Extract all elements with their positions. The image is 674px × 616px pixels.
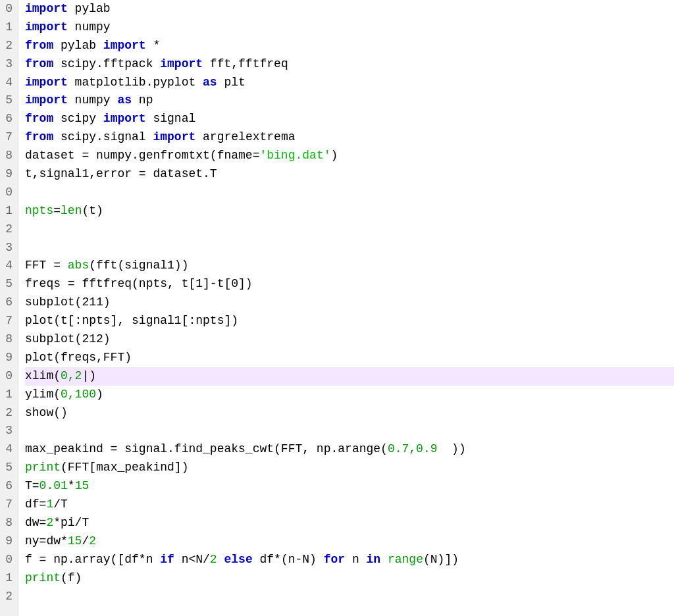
code-line[interactable]: [25, 422, 674, 440]
token-var: plt: [217, 76, 246, 89]
line-number: 4: [5, 440, 13, 459]
token-number: 1: [46, 498, 53, 511]
line-number: 8: [5, 330, 13, 349]
token-kw: as: [203, 76, 217, 89]
code-line[interactable]: from scipy.signal import argrelextrema: [25, 128, 674, 147]
line-number: 0: [5, 184, 13, 202]
line-number: 6: [5, 294, 13, 312]
code-line[interactable]: npts=len(t): [25, 202, 674, 220]
code-line[interactable]: from pylab import *: [25, 37, 674, 55]
token-var: n: [345, 553, 366, 566]
token-var: FFT =: [25, 259, 68, 272]
token-var: xlim(: [25, 369, 61, 382]
token-var: pylab: [53, 39, 103, 52]
code-line[interactable]: ny=dw*15/2: [25, 532, 674, 551]
code-line[interactable]: df=1/T: [25, 496, 674, 514]
token-kw: from: [25, 57, 53, 70]
token-var: matplotlib.pyplot: [68, 76, 203, 89]
code-line[interactable]: [25, 239, 674, 257]
code-line[interactable]: import numpy: [25, 18, 674, 37]
code-line[interactable]: t,signal1,error = dataset.T: [25, 165, 674, 184]
line-number: 8: [5, 514, 13, 532]
code-line[interactable]: [25, 588, 674, 606]
code-line[interactable]: from scipy.fftpack import fft,fftfreq: [25, 55, 674, 74]
token-var: t,signal1,error = dataset.T: [25, 167, 217, 180]
token-number: 2: [89, 534, 96, 548]
token-var: subplot(211): [25, 295, 111, 309]
code-line[interactable]: f = np.array([df*n if n<N/2 else df*(n-N…: [25, 551, 674, 569]
line-number: 0: [5, 367, 13, 386]
code-line[interactable]: import matplotlib.pyplot as plt: [25, 74, 674, 92]
token-kw: from: [25, 112, 53, 125]
token-kw: for: [324, 553, 345, 566]
text-cursor: |: [82, 369, 89, 382]
token-kw: in: [367, 553, 381, 566]
code-line[interactable]: ylim(0,100): [25, 386, 674, 404]
code-line[interactable]: import numpy as np: [25, 91, 674, 110]
token-var: (FFT[max_peakind]): [61, 461, 188, 474]
token-var: plot(freqs,FFT): [25, 351, 132, 364]
token-var: f = np.array([df*n: [25, 553, 160, 566]
token-var: signal: [146, 112, 196, 125]
token-var: ): [96, 388, 103, 401]
code-line[interactable]: print(FFT[max_peakind]): [25, 459, 674, 477]
line-number: 6: [5, 477, 13, 496]
code-line[interactable]: subplot(211): [25, 294, 674, 312]
token-var: df=: [25, 498, 46, 511]
token-kw: import: [25, 76, 68, 89]
line-number: 1: [5, 569, 13, 588]
token-number: 15: [75, 479, 90, 492]
code-line[interactable]: FFT = abs(fft(signal1)): [25, 257, 674, 275]
code-line[interactable]: freqs = fftfreq(npts, t[1]-t[0]): [25, 275, 674, 294]
code-line[interactable]: T=0.01*15: [25, 477, 674, 496]
token-var: df*(n-N): [253, 553, 324, 566]
line-number: 1: [5, 386, 13, 404]
code-line[interactable]: from scipy import signal: [25, 110, 674, 128]
code-line[interactable]: subplot(212): [25, 330, 674, 349]
code-line[interactable]: show(): [25, 404, 674, 423]
token-var: numpy: [68, 93, 118, 107]
code-line[interactable]: import pylab: [25, 0, 674, 18]
token-var: fft,fftfreq: [203, 57, 288, 70]
code-area[interactable]: import pylabimport numpyfrom pylab impor…: [18, 0, 674, 616]
code-line[interactable]: max_peakind = signal.find_peaks_cwt(FFT,…: [25, 440, 674, 459]
code-line[interactable]: [25, 220, 674, 239]
code-line[interactable]: xlim(0,2|): [25, 367, 674, 386]
token-var: plot(t[:npts], signal1[:npts]): [25, 314, 238, 327]
code-line[interactable]: print(f): [25, 569, 674, 588]
token-kw: import: [153, 130, 195, 143]
token-var: )): [438, 442, 466, 455]
token-number: 0,100: [61, 388, 96, 401]
line-number: 6: [5, 110, 13, 128]
token-var: scipy: [53, 112, 103, 125]
line-number: 3: [5, 239, 13, 257]
token-var: *: [146, 39, 161, 52]
line-number: 5: [5, 459, 13, 477]
token-var: T=: [25, 479, 39, 492]
token-var: scipy.fftpack: [53, 57, 160, 70]
token-kw: import: [25, 2, 68, 15]
line-number: 3: [5, 422, 13, 440]
code-line[interactable]: dw=2*pi/T: [25, 514, 674, 532]
token-number: 0,2: [61, 369, 82, 382]
token-var: =: [53, 204, 61, 217]
line-number: 7: [5, 128, 13, 147]
token-kw: import: [103, 39, 146, 52]
token-var: *pi/T: [53, 516, 89, 529]
token-kw: from: [25, 39, 53, 52]
code-line[interactable]: plot(freqs,FFT): [25, 349, 674, 367]
line-number: 3: [5, 55, 13, 74]
token-var: ylim(: [25, 388, 61, 401]
token-var: freqs = fftfreq(npts, t[1]-t[0]): [25, 277, 253, 290]
code-line[interactable]: dataset = numpy.genfromtxt(fname='bing.d…: [25, 147, 674, 165]
token-number: 15: [68, 534, 82, 548]
token-var: np: [132, 93, 153, 107]
code-line[interactable]: plot(t[:npts], signal1[:npts]): [25, 312, 674, 330]
line-number: 1: [5, 18, 13, 37]
token-var: dataset = numpy.genfromtxt(fname=: [25, 149, 259, 162]
line-number: 5: [5, 275, 13, 294]
code-editor: 012345678901234567890123456789012 import…: [0, 0, 674, 616]
code-line[interactable]: [25, 184, 674, 202]
token-var: pylab: [68, 2, 111, 15]
token-var: n<N/: [174, 553, 210, 566]
